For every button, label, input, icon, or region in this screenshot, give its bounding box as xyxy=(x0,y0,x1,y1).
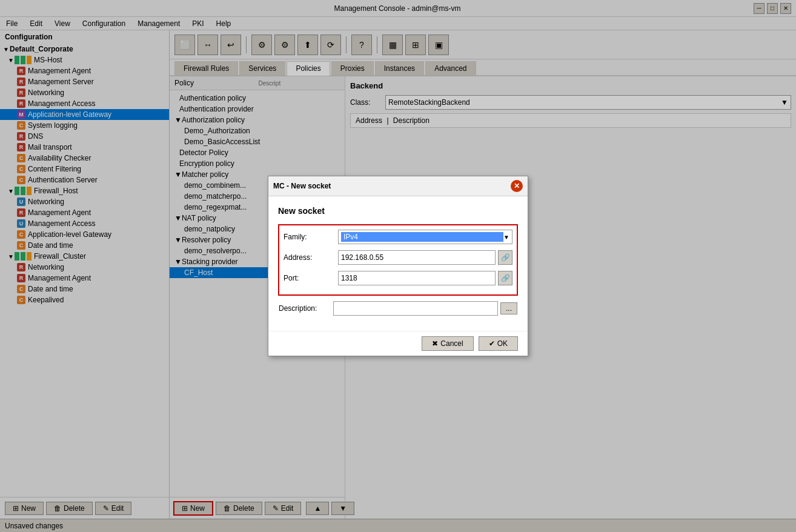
cancel-button[interactable]: ✖ Cancel xyxy=(422,336,473,351)
modal-title: MC - New socket xyxy=(273,182,331,190)
port-form-group: Port: 🔗 xyxy=(283,270,513,286)
address-link-button[interactable]: 🔗 xyxy=(498,250,512,265)
ok-icon: ✔ xyxy=(489,339,495,348)
address-label: Address: xyxy=(284,253,338,262)
port-label: Port: xyxy=(284,274,338,282)
modal-overlay: MC - New socket ✕ New socket Family: IPv… xyxy=(0,0,796,532)
modal-body: New socket Family: IPv4 ▼ Address: 🔗 xyxy=(268,196,528,331)
modal-heading: New socket xyxy=(278,206,518,216)
dropdown-arrow-icon: ▼ xyxy=(503,234,509,241)
family-form-group: Family: IPv4 ▼ xyxy=(283,229,513,245)
modal-form-section: Family: IPv4 ▼ Address: 🔗 Port: 🔗 xyxy=(278,224,518,296)
family-select[interactable]: IPv4 ▼ xyxy=(338,230,512,244)
address-input[interactable] xyxy=(338,250,496,265)
family-value: IPv4 xyxy=(341,232,503,242)
description-input[interactable] xyxy=(333,301,498,316)
address-form-group: Address: 🔗 xyxy=(283,250,513,265)
modal-close-button[interactable]: ✕ xyxy=(511,180,523,192)
modal-title-bar: MC - New socket ✕ xyxy=(268,176,528,196)
port-link-button[interactable]: 🔗 xyxy=(498,271,512,285)
new-socket-modal: MC - New socket ✕ New socket Family: IPv… xyxy=(268,176,528,356)
family-label: Family: xyxy=(284,233,338,241)
modal-footer: ✖ Cancel ✔ OK xyxy=(268,331,528,356)
port-input[interactable] xyxy=(338,271,496,285)
description-more-button[interactable]: ... xyxy=(500,302,517,314)
description-label: Description: xyxy=(279,304,333,313)
ok-button[interactable]: ✔ OK xyxy=(479,336,518,351)
description-form-group: Description: ... xyxy=(278,301,518,316)
cancel-icon: ✖ xyxy=(432,339,438,348)
